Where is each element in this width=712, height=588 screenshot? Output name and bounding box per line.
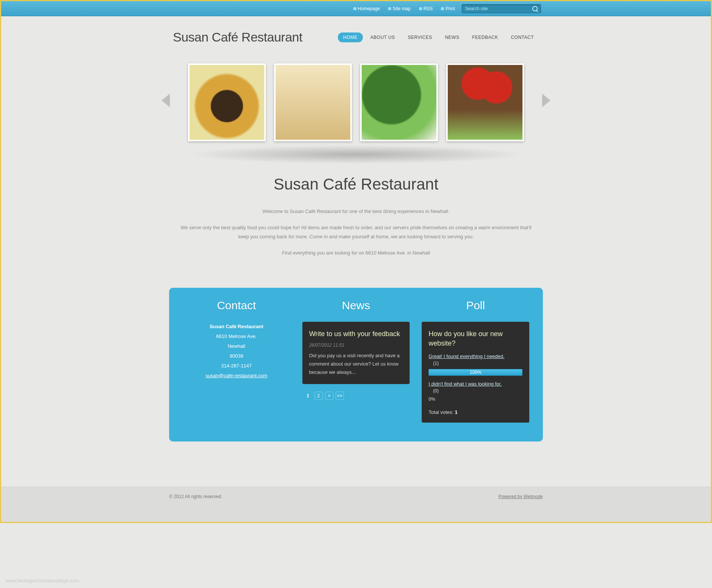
poll-count: (0) xyxy=(433,388,522,394)
topbar-link-label: RSS xyxy=(424,6,433,11)
contact-zip: 90038 xyxy=(183,351,290,361)
search-icon[interactable] xyxy=(532,6,538,11)
poll-count: (1) xyxy=(433,361,522,366)
topbar-link-label: Print xyxy=(445,6,455,11)
nav-about[interactable]: ABOUT US xyxy=(365,32,400,42)
topbar-link-label: Homepage xyxy=(358,6,380,11)
carousel-slide[interactable] xyxy=(446,63,524,141)
topbar-link-rss[interactable]: RSS xyxy=(419,6,433,11)
column-heading: Contact xyxy=(183,299,290,312)
contact-address: 6610 Melrose Ave. xyxy=(183,332,290,341)
contact-email-link[interactable]: susan@cafe-restaurant.com xyxy=(206,373,268,378)
topbar: Homepage Site map RSS Print xyxy=(1,1,711,16)
bullet-icon xyxy=(353,7,356,10)
bullet-icon xyxy=(441,7,444,10)
footer-copyright: © 2012 All rights reserved. xyxy=(169,494,222,499)
bullet-icon xyxy=(388,7,391,10)
nav-feedback[interactable]: FEEDBACK xyxy=(467,32,504,42)
nav-news[interactable]: NEWS xyxy=(440,32,465,42)
poll-option[interactable]: Great! I found everything I needed. xyxy=(428,353,504,359)
nav-contact[interactable]: CONTACT xyxy=(505,32,539,42)
news-title[interactable]: Write to us with your feedback xyxy=(309,329,403,339)
pager-page[interactable]: 2 xyxy=(314,392,323,400)
intro-paragraph: Welcome to Susan Café Restaurant for one… xyxy=(180,207,532,216)
contact-column: Contact Susan Café Restaurant 6610 Melro… xyxy=(177,299,296,423)
carousel-slide[interactable] xyxy=(360,63,438,141)
pager-page-current: 1 xyxy=(304,392,312,400)
news-date: 26/07/2012 11:51 xyxy=(309,343,403,348)
topbar-link-sitemap[interactable]: Site map xyxy=(388,6,410,11)
pager: 1 2 > >> xyxy=(302,392,410,400)
carousel-slide[interactable] xyxy=(188,63,266,141)
poll-box: How do you like our new website? Great! … xyxy=(422,322,529,423)
nav-services[interactable]: SERVICES xyxy=(402,32,437,42)
topbar-links: Homepage Site map RSS Print xyxy=(353,6,455,11)
intro-section: Susan Café Restaurant Welcome to Susan C… xyxy=(169,175,543,288)
topbar-link-label: Site map xyxy=(393,6,410,11)
topbar-link-homepage[interactable]: Homepage xyxy=(353,6,380,11)
contact-name: Susan Café Restaurant xyxy=(183,322,290,332)
footer: © 2012 All rights reserved. Powered by W… xyxy=(1,487,711,522)
carousel xyxy=(169,56,543,145)
poll-question: How do you like our new website? xyxy=(428,329,522,348)
footer-powered-link[interactable]: Powered by Webnode xyxy=(498,494,543,499)
news-body: Did you pay us a visit recently and have… xyxy=(309,352,403,377)
contact-city: Newhall xyxy=(183,341,290,351)
column-heading: News xyxy=(302,299,410,312)
page-heading: Susan Café Restaurant xyxy=(180,175,532,193)
poll-column: Poll How do you like our new website? Gr… xyxy=(416,299,535,423)
column-heading: Poll xyxy=(422,299,529,312)
poll-total-label: Total votes: xyxy=(428,409,455,415)
pager-next[interactable]: > xyxy=(325,392,333,400)
intro-paragraph: Find everything you are looking for on 6… xyxy=(180,248,532,257)
bullet-icon xyxy=(419,7,422,10)
site-title: Susan Café Restaurant xyxy=(173,30,302,45)
contact-phone: 314-287-1147 xyxy=(183,361,290,371)
poll-option[interactable]: I didn't find what I was looking for. xyxy=(428,381,502,387)
poll-percent: 0% xyxy=(428,397,522,402)
info-panel: Contact Susan Café Restaurant 6610 Melro… xyxy=(169,288,543,441)
search-input[interactable] xyxy=(465,6,532,11)
pager-last[interactable]: >> xyxy=(336,392,344,400)
poll-total: Total votes: 1 xyxy=(428,409,522,415)
main-nav: HOME ABOUT US SERVICES NEWS FEEDBACK CON… xyxy=(338,32,539,42)
news-column: News Write to us with your feedback 26/0… xyxy=(296,299,416,423)
carousel-shadow xyxy=(188,145,524,164)
poll-total-value: 1 xyxy=(455,409,458,415)
news-box: Write to us with your feedback 26/07/201… xyxy=(302,322,410,384)
carousel-slide[interactable] xyxy=(274,63,352,141)
intro-paragraph: We serve only the best quality food you … xyxy=(180,223,532,241)
search-box[interactable] xyxy=(462,4,541,13)
contact-body: Susan Café Restaurant 6610 Melrose Ave. … xyxy=(183,322,290,381)
carousel-prev-icon[interactable] xyxy=(162,94,170,107)
poll-bar: 100% xyxy=(428,369,522,376)
topbar-link-print[interactable]: Print xyxy=(441,6,455,11)
header: Susan Café Restaurant HOME ABOUT US SERV… xyxy=(169,16,543,56)
carousel-next-icon[interactable] xyxy=(542,94,550,107)
nav-home[interactable]: HOME xyxy=(338,32,363,42)
